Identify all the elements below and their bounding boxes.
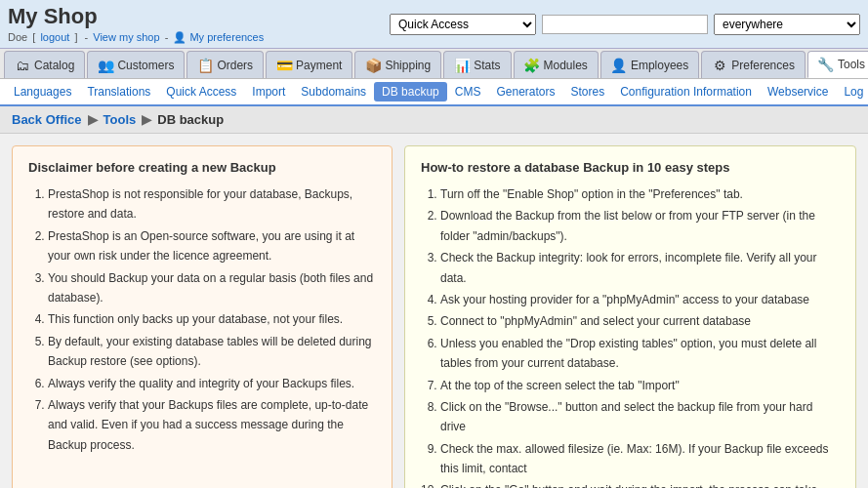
nav-label: Catalog [34, 59, 74, 72]
person-icon: 👤 [173, 31, 186, 43]
username: Doe [8, 31, 27, 43]
howto-list: Turn off the "Enable Shop" option in the… [421, 184, 840, 488]
tools-icon: 🔧 [818, 57, 834, 72]
disclaimer-item: This function only backs up your databas… [48, 309, 376, 329]
sub-nav-item-dbbackup[interactable]: DB backup [374, 82, 447, 102]
sub-nav-item-cms[interactable]: CMS [447, 82, 489, 102]
preferences-icon: ⚙ [712, 58, 727, 73]
breadcrumb-link-1[interactable]: Tools [103, 112, 137, 127]
main-nav-item-tools[interactable]: 🔧Tools [807, 51, 868, 78]
disclaimer-panel: Disclaimer before creating a new Backup … [12, 145, 393, 488]
nav-label: Stats [474, 59, 500, 72]
nav-label: Customers [117, 59, 174, 72]
howto-title: How-to restore a database Backup in 10 e… [421, 160, 840, 175]
disclaimer-item: PrestaShop is an Open-source software, y… [48, 226, 376, 266]
orders-icon: 📋 [197, 58, 213, 73]
quickaccess-select[interactable]: Quick Access [390, 14, 536, 35]
mypreferences-link[interactable]: My preferences [189, 31, 264, 43]
disclaimer-list: PrestaShop is not responsible for your d… [28, 184, 376, 455]
sub-nav: LanguagesTranslationsQuick AccessImportS… [0, 79, 868, 106]
stats-icon: 📊 [454, 58, 470, 73]
nav-label: Shipping [385, 59, 431, 72]
app-title: My Shop [8, 4, 264, 29]
modules-icon: 🧩 [524, 58, 540, 73]
sub-nav-item-generators[interactable]: Generators [488, 82, 562, 102]
disclaimer-item: You should Backup your data on a regular… [48, 268, 376, 308]
breadcrumb-link-0[interactable]: Back Office [12, 112, 82, 127]
howto-item: Turn off the "Enable Shop" option in the… [440, 184, 840, 204]
howto-item: Ask your hosting provider for a "phpMyAd… [440, 290, 840, 309]
search-input[interactable] [542, 15, 708, 34]
disclaimer-item: PrestaShop is not responsible for your d… [48, 184, 376, 224]
breadcrumb-arrow: ▶ [88, 112, 98, 127]
main-nav-item-shipping[interactable]: 📦Shipping [354, 51, 441, 78]
employees-icon: 👤 [611, 58, 627, 73]
main-nav-item-orders[interactable]: 📋Orders [186, 51, 264, 78]
disclaimer-item: Always verify the quality and integrity … [48, 374, 376, 393]
disclaimer-title: Disclaimer before creating a new Backup [28, 160, 376, 175]
nav-label: Payment [296, 59, 342, 72]
howto-item: Check the max. allowed filesize (ie. Max… [440, 439, 840, 479]
sub-nav-item-log[interactable]: Log [836, 82, 868, 102]
nav-label: Orders [217, 59, 253, 72]
howto-item: Unless you enabled the "Drop existing ta… [440, 334, 840, 374]
payment-icon: 💳 [276, 58, 292, 73]
breadcrumb-current: DB backup [157, 112, 224, 127]
main-nav-item-preferences[interactable]: ⚙Preferences [701, 51, 806, 78]
header-left: My Shop Doe [ logout ] - View my shop - … [8, 4, 264, 44]
sub-nav-item-import[interactable]: Import [244, 82, 293, 102]
everywhere-select[interactable]: everywhere [714, 14, 860, 35]
main-nav-item-employees[interactable]: 👤Employees [600, 51, 699, 78]
main-nav-item-customers[interactable]: 👥Customers [87, 51, 185, 78]
customers-icon: 👥 [98, 58, 113, 73]
nav-label: Tools [838, 58, 865, 71]
main-nav-item-payment[interactable]: 💳Payment [266, 51, 352, 78]
nav-label: Modules [544, 59, 588, 72]
sub-nav-item-languages[interactable]: Languages [6, 82, 79, 102]
breadcrumb-arrow: ▶ [142, 112, 151, 127]
content: Disclaimer before creating a new Backup … [0, 134, 868, 488]
howto-item: Click on the "Go" button and wait during… [440, 480, 840, 488]
sub-nav-item-webservice[interactable]: Webservice [760, 82, 836, 102]
sub-nav-item-subdomains[interactable]: Subdomains [293, 82, 374, 102]
shipping-icon: 📦 [365, 58, 381, 73]
sub-nav-item-translations[interactable]: Translations [79, 82, 158, 102]
sub-nav-item-configinfo[interactable]: Configuration Information [612, 82, 760, 102]
sub-nav-item-quickaccess[interactable]: Quick Access [158, 82, 244, 102]
main-nav-item-catalog[interactable]: 🗂Catalog [4, 51, 85, 78]
breadcrumb: Back Office▶Tools▶DB backup [0, 106, 868, 134]
main-nav-item-modules[interactable]: 🧩Modules [514, 51, 599, 78]
howto-item: Click on the "Browse..." button and sele… [440, 397, 840, 437]
howto-item: Connect to "phpMyAdmin" and select your … [440, 311, 840, 331]
main-nav-item-stats[interactable]: 📊Stats [443, 51, 511, 78]
header: My Shop Doe [ logout ] - View my shop - … [0, 0, 868, 49]
howto-item: Check the Backup integrity: look for err… [440, 248, 840, 288]
disclaimer-item: By default, your existing database table… [48, 332, 376, 372]
viewshop-link[interactable]: View my shop [93, 31, 159, 43]
howto-item: Download the Backup from the list below … [440, 206, 840, 246]
main-nav: 🗂Catalog👥Customers📋Orders💳Payment📦Shippi… [0, 49, 868, 79]
catalog-icon: 🗂 [15, 58, 30, 73]
nav-label: Preferences [731, 59, 795, 72]
logout-link[interactable]: logout [40, 31, 69, 43]
nav-label: Employees [631, 59, 688, 72]
sub-nav-item-stores[interactable]: Stores [562, 82, 612, 102]
howto-panel: How-to restore a database Backup in 10 e… [404, 145, 856, 488]
howto-item: At the top of the screen select the tab … [440, 376, 840, 395]
header-center: Quick Access everywhere [390, 14, 860, 35]
disclaimer-item: Always verify that your Backups files ar… [48, 395, 376, 455]
user-info: Doe [ logout ] - View my shop - 👤 My pre… [8, 31, 264, 44]
